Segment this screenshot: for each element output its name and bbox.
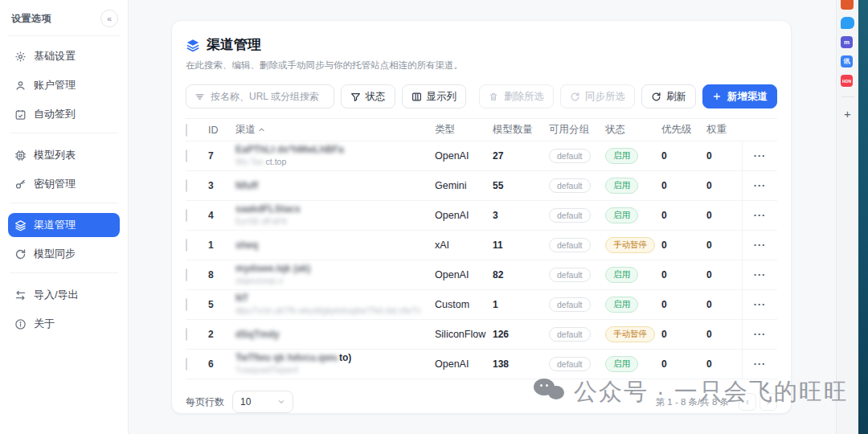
chat-app-icon[interactable]	[841, 17, 854, 29]
row-checkbox[interactable]	[186, 298, 187, 311]
channel-group: default	[549, 327, 605, 342]
table-footer: 每页行数 10 第 1 - 8 条/共 8 条 ‹ ›	[186, 391, 777, 413]
gear-icon	[14, 51, 27, 63]
add-channel-button[interactable]: 新增渠道	[702, 84, 777, 108]
columns-button[interactable]: 显示列	[402, 84, 467, 108]
channel-group: default	[549, 297, 605, 312]
sidebar-item-import-export[interactable]: 导入/导出	[8, 283, 120, 307]
status-filter-button[interactable]: 状态	[341, 84, 395, 108]
sidebar-item-label: 模型列表	[34, 148, 76, 162]
row-actions-button[interactable]: ···	[742, 260, 777, 289]
strip-add-button[interactable]: +	[844, 107, 851, 121]
row-actions-button[interactable]: ···	[742, 171, 777, 200]
table-row: 3NfuffGemini55default启用00···	[186, 171, 777, 201]
channel-model-count: 82	[493, 269, 549, 280]
channel-name-cell[interactable]: TwTfwu qk hdvcu.qwv.to)TvwquwdTkpwvf	[235, 352, 435, 376]
page-title: 渠道管理	[207, 35, 261, 54]
sidebar-item-label: 关于	[34, 317, 55, 331]
orange-app-icon[interactable]	[841, 0, 854, 10]
channel-status: 手动暂停	[605, 326, 661, 342]
channel-type: OpenAI	[435, 210, 493, 221]
channel-priority: 0	[661, 150, 706, 162]
channel-group: default	[549, 208, 605, 223]
table-row: 1sheqxAI11default手动暂停00···	[186, 231, 777, 260]
sidebar-item-about[interactable]: 关于	[8, 312, 120, 336]
channel-model-count: 27	[493, 150, 549, 162]
channel-weight: 0	[706, 299, 742, 310]
channel-name-cell[interactable]: sheq	[235, 240, 435, 252]
sidebar-item-auto-checkin[interactable]: 自动签到	[8, 102, 120, 126]
browser-sidebar-strip: m讯HON +	[836, 0, 858, 434]
refresh-button[interactable]: 刷新	[641, 84, 696, 108]
sidebar-collapse-button[interactable]: «	[100, 10, 118, 27]
row-actions-button[interactable]: ···	[742, 231, 777, 260]
sidebar-item-key-management[interactable]: 密钥管理	[8, 172, 120, 196]
row-actions-button[interactable]: ···	[742, 350, 777, 379]
m-app-icon[interactable]: m	[841, 36, 853, 48]
channel-name-cell[interactable]: dSqTmdy	[235, 329, 435, 341]
sidebar-item-basic-settings[interactable]: 基础设置	[8, 44, 120, 68]
layers-icon	[186, 38, 200, 52]
channel-name-cell[interactable]: mydswe.tqk (ak)stqwvzwqs.s	[235, 263, 435, 287]
row-checkbox[interactable]	[186, 239, 187, 252]
channel-url: EyrSE-dFaFtt	[235, 216, 435, 227]
row-actions-button[interactable]: ···	[742, 320, 777, 349]
plus-icon	[712, 92, 723, 102]
sidebar-item-label: 自动签到	[34, 107, 76, 121]
channel-name: TwTfwu qk hdvcu.qwv.to)	[235, 352, 435, 364]
row-checkbox[interactable]	[186, 209, 187, 222]
rows-per-page-select[interactable]: 10	[232, 391, 293, 413]
sidebar-item-label: 模型同步	[34, 247, 76, 261]
channel-status: 启用	[605, 356, 661, 372]
funnel-icon	[350, 92, 361, 102]
row-actions-button[interactable]: ···	[742, 141, 777, 170]
channel-name-cell[interactable]: Nfuff	[235, 180, 435, 192]
trash-icon	[489, 92, 499, 102]
channel-weight: 0	[706, 210, 742, 221]
select-all-checkbox[interactable]	[186, 124, 187, 137]
channel-url: stqwvzwqs.s	[235, 276, 435, 287]
search-input[interactable]	[211, 91, 326, 102]
row-checkbox[interactable]	[186, 328, 187, 341]
row-actions-button[interactable]: ···	[742, 201, 777, 230]
red-app-icon[interactable]: HON	[841, 75, 853, 87]
prev-page-button[interactable]: ‹	[739, 393, 756, 411]
row-checkbox[interactable]	[186, 358, 187, 371]
next-page-button[interactable]: ›	[760, 393, 777, 411]
delete-selected-button[interactable]: 删除所选	[479, 84, 554, 108]
channels-table: ID 渠道 类型 模型数量 可用分组 状态 优先级 权重 7EaPThLt ds…	[186, 118, 777, 379]
chevron-down-icon	[277, 398, 285, 406]
channel-model-count: 1	[493, 299, 549, 310]
sync-selected-button[interactable]: 同步所选	[560, 84, 635, 108]
col-status: 状态	[605, 123, 661, 137]
table-row: 6TwTfwu qk hdvcu.qwv.to)TvwquwdTkpwvfOpe…	[186, 350, 777, 379]
sidebar-item-model-sync[interactable]: 模型同步	[8, 242, 120, 266]
channel-name-cell[interactable]: NTdtpuTvctn.abTfk.wkyddgkptvbsgbwTNd.dat…	[235, 293, 435, 317]
channel-model-count: 55	[493, 180, 549, 191]
xun-app-icon[interactable]: 讯	[841, 55, 853, 68]
row-actions-button[interactable]: ···	[742, 290, 777, 319]
table-row: 5NTdtpuTvctn.abTfk.wkyddgkptvbsgbwTNd.da…	[186, 290, 777, 320]
rows-per-page-label: 每页行数	[186, 395, 224, 409]
channel-priority: 0	[661, 329, 706, 340]
sidebar-divider	[10, 272, 118, 273]
row-checkbox[interactable]	[186, 179, 187, 192]
channel-weight: 0	[706, 240, 742, 251]
channel-url: TvwquwdTkpwvf	[235, 365, 435, 376]
row-checkbox[interactable]	[186, 149, 187, 162]
sidebar-item-channel-management[interactable]: 渠道管理	[8, 213, 120, 237]
sidebar-item-model-list[interactable]: 模型列表	[8, 143, 120, 167]
col-channel[interactable]: 渠道	[235, 123, 435, 137]
table-row: 2dSqTmdySiliconFlow126default手动暂停00···	[186, 320, 777, 350]
col-group: 可用分组	[549, 123, 605, 137]
channel-weight: 0	[706, 358, 742, 370]
channel-model-count: 126	[493, 329, 549, 340]
channel-search[interactable]	[186, 84, 334, 108]
sidebar-item-account[interactable]: 账户管理	[8, 73, 120, 97]
sidebar-divider	[10, 203, 118, 203]
row-checkbox[interactable]	[186, 268, 187, 281]
channel-group: default	[549, 357, 605, 371]
channel-name-cell[interactable]: saakdFLStacsEyrSE-dFaFtt	[235, 203, 435, 227]
channel-name-cell[interactable]: EaPThLt ds*hMwLhBFaWu Tav ct.top	[235, 144, 435, 168]
sidebar-item-label: 密钥管理	[34, 177, 76, 191]
